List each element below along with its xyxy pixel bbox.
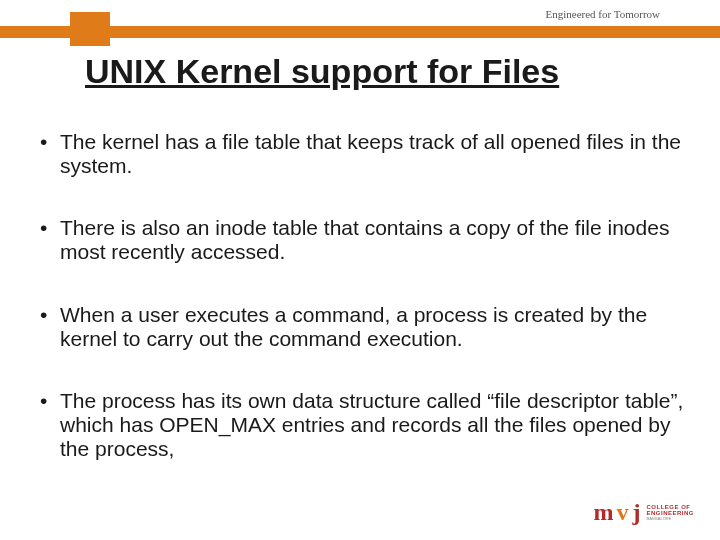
bullet-text: The kernel has a file table that keeps t… bbox=[60, 130, 690, 178]
footer-logo: mvj COLLEGE OF ENGINEERING BANGALORE bbox=[593, 499, 694, 526]
bullet-text: There is also an inode table that contai… bbox=[60, 216, 690, 264]
logo-letter-v: v bbox=[616, 499, 628, 526]
bullet-item: • The process has its own data structure… bbox=[36, 389, 690, 461]
logo-line1: COLLEGE OF bbox=[646, 504, 694, 511]
bullet-item: • There is also an inode table that cont… bbox=[36, 216, 690, 264]
header-tab bbox=[70, 12, 110, 46]
bullet-dot-icon: • bbox=[36, 216, 60, 264]
bullet-item: • The kernel has a file table that keeps… bbox=[36, 130, 690, 178]
bullet-dot-icon: • bbox=[36, 303, 60, 351]
bullet-dot-icon: • bbox=[36, 130, 60, 178]
logo-letter-j: j bbox=[632, 499, 640, 526]
logo-letter-m: m bbox=[593, 499, 612, 526]
slide-title: UNIX Kernel support for Files bbox=[85, 52, 559, 91]
bullet-text: When a user executes a command, a proces… bbox=[60, 303, 690, 351]
content-area: • The kernel has a file table that keeps… bbox=[36, 130, 690, 499]
bullet-item: • When a user executes a command, a proc… bbox=[36, 303, 690, 351]
tagline: Engineered for Tomorrow bbox=[546, 8, 661, 20]
logo-text-block: COLLEGE OF ENGINEERING BANGALORE bbox=[646, 504, 694, 522]
bullet-text: The process has its own data structure c… bbox=[60, 389, 690, 461]
logo-sub: BANGALORE bbox=[646, 517, 694, 521]
bullet-dot-icon: • bbox=[36, 389, 60, 461]
